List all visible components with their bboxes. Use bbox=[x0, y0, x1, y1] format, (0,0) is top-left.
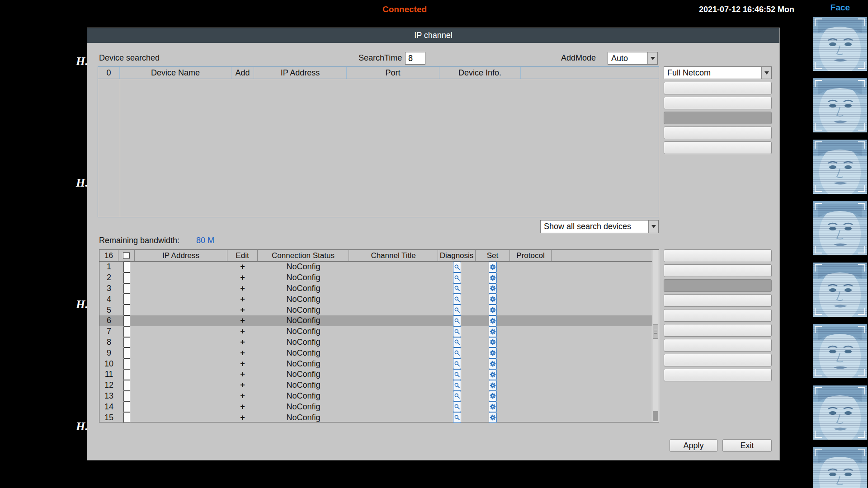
diagnosis-magnifier-icon[interactable] bbox=[453, 294, 461, 305]
action-button[interactable] bbox=[664, 309, 772, 322]
channel-row[interactable]: 1 + NoConfig bbox=[99, 262, 653, 272]
diagnosis-magnifier-icon[interactable] bbox=[453, 412, 461, 423]
settings-gear-icon[interactable] bbox=[489, 294, 497, 305]
channel-row[interactable]: 11 + NoConfig bbox=[99, 369, 653, 380]
diagnosis-magnifier-icon[interactable] bbox=[453, 380, 461, 391]
show-devices-dropdown[interactable]: Show all search devices bbox=[540, 220, 659, 233]
row-checkbox[interactable] bbox=[123, 305, 130, 315]
settings-gear-icon[interactable] bbox=[489, 347, 497, 358]
channel-row[interactable]: 2 + NoConfig bbox=[99, 272, 653, 283]
channel-row[interactable]: 3 + NoConfig bbox=[99, 283, 653, 294]
channel-row[interactable]: 14 + NoConfig bbox=[99, 401, 653, 412]
channel-row[interactable]: 4 + NoConfig bbox=[99, 294, 653, 305]
settings-gear-icon[interactable] bbox=[489, 315, 497, 326]
protocol-filter-dropdown[interactable]: Full Netcom bbox=[664, 66, 772, 79]
diagnosis-magnifier-icon[interactable] bbox=[453, 283, 461, 294]
settings-gear-icon[interactable] bbox=[489, 380, 497, 391]
channel-row[interactable]: 9 + NoConfig bbox=[99, 347, 653, 358]
settings-gear-icon[interactable] bbox=[489, 283, 497, 294]
scrollbar[interactable] bbox=[652, 250, 659, 422]
diagnosis-magnifier-icon[interactable] bbox=[453, 337, 461, 348]
edit-add-button[interactable]: + bbox=[227, 391, 258, 402]
diagnosis-magnifier-icon[interactable] bbox=[453, 315, 461, 326]
row-checkbox[interactable] bbox=[123, 315, 130, 326]
edit-add-button[interactable]: + bbox=[227, 326, 258, 337]
channel-row[interactable]: 13 + NoConfig bbox=[99, 391, 653, 402]
row-checkbox[interactable] bbox=[123, 294, 130, 305]
settings-gear-icon[interactable] bbox=[489, 358, 497, 369]
diagnosis-magnifier-icon[interactable] bbox=[453, 369, 461, 380]
settings-gear-icon[interactable] bbox=[489, 369, 497, 380]
select-all-checkbox[interactable] bbox=[123, 252, 130, 259]
edit-add-button[interactable]: + bbox=[227, 262, 258, 272]
face-thumbnail[interactable] bbox=[813, 78, 867, 132]
search-time-input[interactable] bbox=[405, 52, 425, 65]
face-thumbnail[interactable] bbox=[813, 17, 867, 71]
channel-row[interactable]: 15 + NoConfig bbox=[99, 412, 653, 423]
diagnosis-magnifier-icon[interactable] bbox=[453, 262, 461, 272]
settings-gear-icon[interactable] bbox=[489, 412, 497, 423]
action-button[interactable] bbox=[664, 141, 772, 154]
diagnosis-magnifier-icon[interactable] bbox=[453, 391, 461, 402]
settings-gear-icon[interactable] bbox=[489, 401, 497, 412]
settings-gear-icon[interactable] bbox=[489, 305, 497, 315]
edit-add-button[interactable]: + bbox=[227, 401, 258, 412]
action-button[interactable] bbox=[664, 264, 772, 277]
diagnosis-magnifier-icon[interactable] bbox=[453, 305, 461, 315]
row-checkbox[interactable] bbox=[123, 283, 130, 294]
row-checkbox[interactable] bbox=[123, 272, 130, 283]
diagnosis-magnifier-icon[interactable] bbox=[453, 272, 461, 283]
row-checkbox[interactable] bbox=[123, 380, 130, 391]
edit-add-button[interactable]: + bbox=[227, 294, 258, 305]
diagnosis-magnifier-icon[interactable] bbox=[453, 326, 461, 337]
diagnosis-magnifier-icon[interactable] bbox=[453, 347, 461, 358]
row-checkbox[interactable] bbox=[123, 369, 130, 380]
apply-button[interactable]: Apply bbox=[670, 439, 717, 452]
channel-row[interactable]: 7 + NoConfig bbox=[99, 326, 653, 337]
dropdown-arrow-button[interactable] bbox=[647, 52, 657, 64]
row-checkbox[interactable] bbox=[123, 262, 130, 272]
action-button[interactable] bbox=[664, 249, 772, 262]
edit-add-button[interactable]: + bbox=[227, 283, 258, 294]
scrollbar-thumb[interactable] bbox=[653, 324, 658, 339]
edit-add-button[interactable]: + bbox=[227, 272, 258, 283]
dropdown-arrow-button[interactable] bbox=[761, 67, 771, 79]
diagnosis-magnifier-icon[interactable] bbox=[453, 401, 461, 412]
face-thumbnail[interactable] bbox=[813, 385, 867, 440]
row-checkbox[interactable] bbox=[123, 401, 130, 412]
face-thumbnail[interactable] bbox=[813, 140, 867, 194]
face-thumbnail[interactable] bbox=[813, 263, 867, 317]
settings-gear-icon[interactable] bbox=[489, 272, 497, 283]
row-checkbox[interactable] bbox=[123, 337, 130, 348]
dropdown-arrow-button[interactable] bbox=[648, 221, 658, 233]
settings-gear-icon[interactable] bbox=[489, 326, 497, 337]
edit-add-button[interactable]: + bbox=[227, 380, 258, 391]
row-checkbox[interactable] bbox=[123, 412, 130, 423]
edit-add-button[interactable]: + bbox=[227, 347, 258, 358]
channel-row[interactable]: 12 + NoConfig bbox=[99, 380, 653, 391]
channel-row[interactable]: 10 + NoConfig bbox=[99, 358, 653, 369]
edit-add-button[interactable]: + bbox=[227, 412, 258, 423]
face-thumbnail[interactable] bbox=[813, 324, 867, 378]
face-thumbnail[interactable] bbox=[813, 447, 867, 488]
action-button[interactable] bbox=[664, 294, 772, 307]
action-button[interactable] bbox=[664, 324, 772, 337]
action-button[interactable] bbox=[664, 127, 772, 139]
diagnosis-magnifier-icon[interactable] bbox=[453, 358, 461, 369]
action-button[interactable] bbox=[664, 97, 772, 109]
edit-add-button[interactable]: + bbox=[227, 369, 258, 380]
row-checkbox[interactable] bbox=[123, 358, 130, 369]
row-checkbox[interactable] bbox=[123, 347, 130, 358]
action-button[interactable] bbox=[664, 82, 772, 94]
exit-button[interactable]: Exit bbox=[722, 439, 772, 452]
settings-gear-icon[interactable] bbox=[489, 262, 497, 272]
action-button[interactable] bbox=[664, 279, 772, 292]
action-button[interactable] bbox=[664, 354, 772, 366]
action-button[interactable] bbox=[664, 369, 772, 381]
edit-add-button[interactable]: + bbox=[227, 337, 258, 348]
action-button[interactable] bbox=[664, 112, 772, 124]
channel-row[interactable]: 8 + NoConfig bbox=[99, 337, 653, 348]
channel-row[interactable]: 6 + NoConfig bbox=[99, 315, 653, 326]
settings-gear-icon[interactable] bbox=[489, 391, 497, 402]
face-thumbnail[interactable] bbox=[813, 201, 867, 255]
